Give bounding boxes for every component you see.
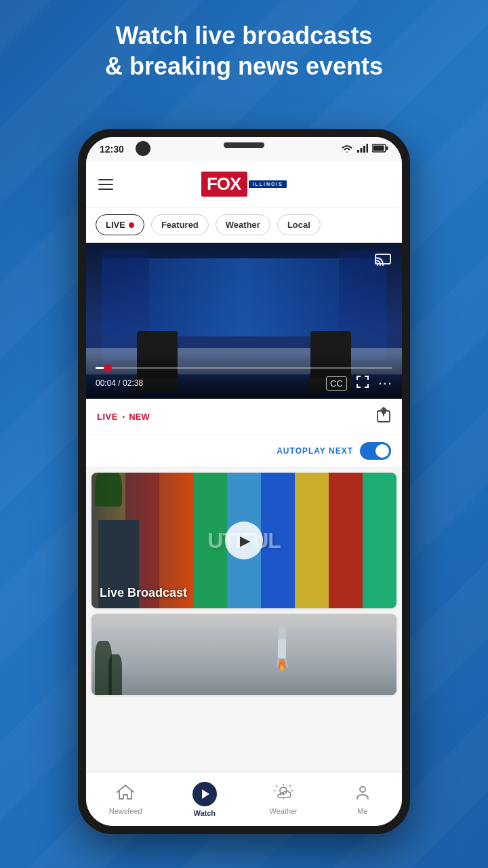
new-label: NEW bbox=[129, 412, 149, 422]
tab-bar: LIVE Featured Weather Local bbox=[86, 208, 402, 243]
control-buttons: CC ··· bbox=[326, 374, 392, 392]
fox-logo: FOX ILLINOIS bbox=[201, 172, 287, 197]
video-thumbnail: UTIFUL ▶ Live Broadcast bbox=[92, 473, 396, 608]
battery-icon bbox=[372, 143, 388, 155]
status-icons bbox=[341, 143, 388, 155]
tree-silhouette bbox=[92, 614, 199, 695]
nav-item-newsfeed[interactable]: Newsfeed bbox=[86, 784, 165, 815]
rocket-thumbnail bbox=[92, 614, 396, 695]
tab-local[interactable]: Local bbox=[277, 214, 321, 235]
nav-label-watch: Watch bbox=[193, 809, 216, 817]
menu-line-2 bbox=[98, 184, 113, 185]
nav-item-me[interactable]: Me bbox=[323, 784, 403, 815]
svg-rect-0 bbox=[357, 150, 359, 153]
autoplay-row: AUTOPLAY NEXT bbox=[86, 435, 402, 467]
controls-row: 00:04 / 02:38 CC ··· bbox=[96, 374, 392, 392]
video-card-2[interactable] bbox=[92, 614, 396, 695]
tab-live[interactable]: LIVE bbox=[96, 214, 144, 235]
nav-label-me: Me bbox=[357, 807, 367, 815]
captions-button[interactable]: CC bbox=[326, 376, 347, 391]
tab-weather[interactable]: Weather bbox=[216, 214, 270, 235]
nav-item-weather[interactable]: Weather bbox=[244, 784, 323, 815]
hero-text: Watch live broadcasts & breaking news ev… bbox=[0, 0, 488, 95]
fox-red-text: FOX bbox=[201, 172, 247, 197]
svg-rect-11 bbox=[278, 639, 286, 660]
more-options-button[interactable]: ··· bbox=[378, 374, 392, 392]
fullscreen-button[interactable] bbox=[357, 376, 369, 391]
menu-line-3 bbox=[98, 189, 113, 190]
home-icon bbox=[117, 784, 134, 804]
time-display: 00:04 / 02:38 bbox=[96, 378, 143, 388]
svg-rect-5 bbox=[386, 146, 388, 150]
live-dot bbox=[129, 222, 134, 228]
svg-point-16 bbox=[360, 787, 365, 792]
badge-separator: · bbox=[122, 411, 125, 423]
toggle-thumb bbox=[375, 444, 389, 458]
nav-label-newsfeed: Newsfeed bbox=[109, 807, 142, 815]
svg-rect-3 bbox=[367, 144, 369, 153]
content-area: LIVE · NEW AUTOPLAY NEXT bbox=[86, 399, 402, 772]
video-card-broadcast[interactable]: UTIFUL ▶ Live Broadcast bbox=[92, 473, 396, 608]
phone-camera bbox=[136, 141, 150, 156]
wifi-icon bbox=[341, 144, 353, 155]
svg-rect-2 bbox=[363, 146, 365, 153]
app-header: FOX ILLINOIS bbox=[86, 161, 402, 208]
status-bar: 12:30 bbox=[86, 137, 402, 161]
status-time: 12:30 bbox=[100, 144, 124, 155]
signal-icon bbox=[357, 143, 368, 155]
progress-bar[interactable] bbox=[96, 367, 392, 369]
play-icon: ▶ bbox=[240, 532, 250, 549]
weather-icon bbox=[274, 784, 293, 804]
video-controls: 00:04 / 02:38 CC ··· bbox=[86, 353, 402, 399]
live-badge: LIVE · NEW bbox=[97, 411, 150, 423]
svg-point-13 bbox=[280, 665, 284, 671]
live-section: LIVE · NEW bbox=[86, 399, 402, 435]
nav-item-watch[interactable]: Watch bbox=[165, 782, 245, 817]
autoplay-label: AUTOPLAY NEXT bbox=[277, 446, 353, 456]
cast-button[interactable] bbox=[375, 252, 391, 269]
tab-featured[interactable]: Featured bbox=[151, 214, 209, 235]
fox-logo-box: FOX ILLINOIS bbox=[201, 172, 287, 197]
rocket-svg bbox=[274, 620, 290, 677]
autoplay-toggle[interactable] bbox=[360, 442, 391, 460]
svg-rect-1 bbox=[361, 148, 363, 153]
profile-icon bbox=[354, 784, 371, 804]
video-card-title: Live Broadcast bbox=[100, 586, 187, 600]
phone-screen: 12:30 bbox=[86, 137, 402, 826]
phone-frame: 12:30 bbox=[78, 129, 410, 834]
live-label: LIVE bbox=[97, 412, 118, 422]
bottom-nav: Newsfeed Watch Weather bbox=[86, 772, 402, 826]
video-player[interactable]: 00:04 / 02:38 CC ··· bbox=[86, 243, 402, 399]
svg-marker-14 bbox=[202, 789, 209, 799]
illinois-text: ILLINOIS bbox=[249, 180, 287, 188]
watch-icon bbox=[192, 782, 217, 806]
nav-label-weather: Weather bbox=[270, 807, 298, 815]
svg-rect-6 bbox=[373, 146, 384, 151]
share-button[interactable] bbox=[376, 407, 391, 427]
play-circle[interactable]: ▶ bbox=[225, 521, 263, 559]
menu-line-1 bbox=[98, 179, 113, 180]
menu-button[interactable] bbox=[98, 179, 113, 190]
progress-thumb bbox=[104, 364, 112, 372]
